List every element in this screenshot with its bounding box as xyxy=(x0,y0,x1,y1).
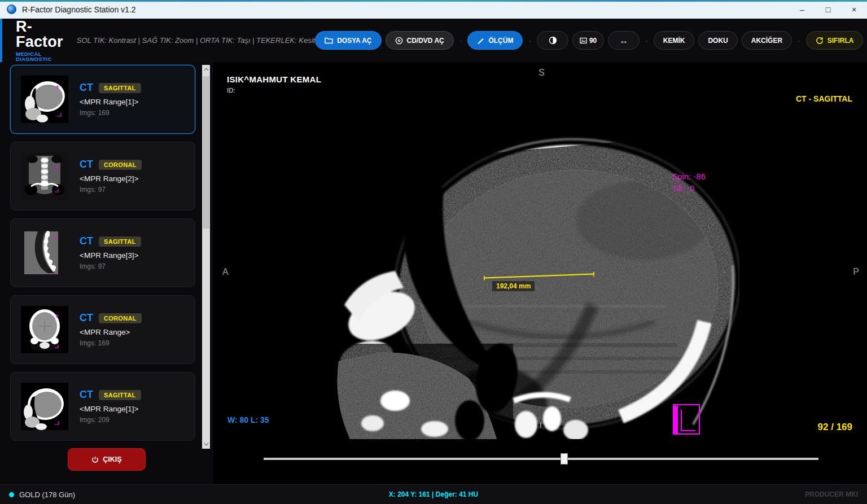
series-thumbnail xyxy=(21,383,68,430)
app-icon xyxy=(7,5,16,14)
series-image-count: Imgs: 169 xyxy=(80,339,142,347)
series-thumbnail xyxy=(21,229,68,277)
scroll-down-arrow[interactable] xyxy=(202,440,210,449)
window-controls: – □ × xyxy=(789,0,867,19)
title-bar: R-Factor Diagnostic Station v1.2 – □ × xyxy=(0,0,867,19)
window-title: R-Factor Diagnostic Station v1.2 xyxy=(22,5,136,14)
logo: R-Factor MEDICAL DIAGNOSTIC xyxy=(16,19,63,62)
series-range: <MPR Range[3]> xyxy=(80,251,141,260)
series-modality: CT xyxy=(80,235,93,247)
tissue-preset-button[interactable]: DOKU xyxy=(698,31,737,50)
series-plane-badge: SAGITTAL xyxy=(99,83,141,93)
flip-horizontal-button[interactable]: ↔ xyxy=(608,31,640,50)
series-card-1[interactable]: CT SAGITTAL <MPR Range[1]> Imgs: 169 xyxy=(10,65,195,134)
toolbar-separator-dot: · xyxy=(527,36,533,45)
minimize-button[interactable]: – xyxy=(789,0,815,19)
tissue-label: DOKU xyxy=(708,37,728,45)
open-cd-label: CD/DVD AÇ xyxy=(407,37,444,45)
series-sidebar: CT SAGITTAL <MPR Range[1]> Imgs: 169 CT … xyxy=(0,62,213,484)
series-info: CT SAGITTAL <MPR Range[1]> Imgs: 209 xyxy=(80,389,141,424)
series-modality: CT xyxy=(80,159,93,170)
logo-subtitle: MEDICAL DIAGNOSTIC xyxy=(16,51,63,62)
reset-label: SIFIRLA xyxy=(827,37,854,45)
toolbar-separator-dot: · xyxy=(458,36,464,45)
series-card-5[interactable]: CT SAGITTAL <MPR Range[1]> Imgs: 209 xyxy=(10,372,195,441)
exit-button[interactable]: ÇIKIŞ xyxy=(68,448,146,471)
series-info: CT SAGITTAL <MPR Range[3]> Imgs: 97 xyxy=(80,235,141,270)
rotate-90-label: 90 xyxy=(589,37,597,45)
series-plane-badge: CORONAL xyxy=(99,160,142,170)
open-cd-button[interactable]: CD/DVD AÇ xyxy=(386,31,454,50)
series-thumbnail xyxy=(21,76,68,123)
toolbar-buttons: DOSYA AÇ CD/DVD AÇ · ÖLÇÜM · 90 ↔ · xyxy=(315,30,867,51)
sidebar-scrollbar[interactable] xyxy=(202,65,210,449)
orientation-inferior: I xyxy=(540,421,542,430)
scrollbar-thumb[interactable] xyxy=(203,76,209,229)
measure-label: ÖLÇÜM xyxy=(488,37,513,45)
series-type-label: CT - SAGITTAL xyxy=(796,94,852,103)
slice-slider-track[interactable] xyxy=(264,458,818,460)
logo-title: R-Factor xyxy=(16,19,63,50)
image-viewport[interactable]: ISIK^MAHMUT KEMAL ID: S A P I CT - SAGIT… xyxy=(213,62,867,484)
series-info: CT CORONAL <MPR Range[2]> Imgs: 97 xyxy=(80,159,142,194)
series-list: CT SAGITTAL <MPR Range[1]> Imgs: 169 CT … xyxy=(10,65,195,449)
close-button[interactable]: × xyxy=(841,0,867,19)
flip-icon: ↔ xyxy=(620,36,628,45)
series-info: CT SAGITTAL <MPR Range[1]> Imgs: 169 xyxy=(80,82,141,117)
series-card-3[interactable]: CT SAGITTAL <MPR Range[3]> Imgs: 97 xyxy=(10,218,195,287)
application-window: R-Factor Diagnostic Station v1.2 – □ × R… xyxy=(0,0,867,504)
scroll-up-arrow[interactable] xyxy=(202,65,210,74)
series-image-count: Imgs: 209 xyxy=(80,416,141,424)
roi-annotation[interactable] xyxy=(673,404,700,435)
toolbar-separator-dot: · xyxy=(796,36,802,45)
exit-label: ÇIKIŞ xyxy=(103,455,121,463)
roi-bar xyxy=(674,406,678,434)
patient-name: ISIK^MAHMUT KEMAL xyxy=(227,74,321,84)
window-level-value: W: 80 L: 35 xyxy=(227,415,269,424)
disc-icon xyxy=(395,37,403,45)
roi-inner-bracket xyxy=(681,410,695,431)
slice-slider-handle[interactable] xyxy=(561,453,568,464)
series-range: <MPR Range[1]> xyxy=(80,405,141,413)
folder-icon xyxy=(325,37,333,44)
series-plane-badge: CORONAL xyxy=(99,313,142,323)
pencil-icon xyxy=(477,37,484,44)
series-range: <MPR Range[1]> xyxy=(80,98,141,106)
open-file-button[interactable]: DOSYA AÇ xyxy=(315,31,381,50)
series-thumbnail xyxy=(21,306,68,353)
series-modality: CT xyxy=(80,82,93,94)
bone-preset-button[interactable]: KEMİK xyxy=(654,31,695,50)
open-file-label: DOSYA AÇ xyxy=(337,37,371,45)
measurement-line[interactable] xyxy=(482,270,598,281)
maximize-button[interactable]: □ xyxy=(815,0,841,19)
series-info: CT CORONAL <MPR Range> Imgs: 169 xyxy=(80,312,142,347)
tilt-value: Tilt: 0 xyxy=(672,183,694,193)
spin-value: Spin: -86 xyxy=(672,172,706,181)
invert-contrast-button[interactable] xyxy=(537,31,568,50)
reset-icon xyxy=(816,37,824,45)
series-plane-badge: SAGITTAL xyxy=(99,236,141,247)
rotate-image-icon xyxy=(580,37,587,44)
rotate-90-button[interactable]: 90 xyxy=(572,31,604,50)
mouse-hint-text: SOL TIK: Kontrast | SAĞ TIK: Zoom | ORTA… xyxy=(77,36,315,45)
status-bar: GOLD (178 Gün) X: 204 Y: 161 | Değer: 41… xyxy=(0,484,867,504)
lung-preset-button[interactable]: AKCİĞER xyxy=(742,31,792,50)
measure-button[interactable]: ÖLÇÜM xyxy=(467,31,523,50)
series-image-count: Imgs: 97 xyxy=(80,262,141,270)
exit-row: ÇIKIŞ xyxy=(0,448,213,480)
contrast-icon xyxy=(549,36,557,45)
series-plane-badge: SAGITTAL xyxy=(99,390,141,400)
series-range: <MPR Range[2]> xyxy=(80,174,142,183)
reset-button[interactable]: SIFIRLA xyxy=(806,31,864,50)
series-image-count: Imgs: 169 xyxy=(80,109,141,117)
series-card-4[interactable]: CT CORONAL <MPR Range> Imgs: 169 xyxy=(10,295,195,364)
measurement-value[interactable]: 192,04 mm xyxy=(492,281,535,291)
bone-label: KEMİK xyxy=(663,37,685,45)
toolbar-separator-dot: · xyxy=(643,36,650,45)
orientation-superior: S xyxy=(538,68,545,78)
power-icon xyxy=(91,456,99,463)
series-modality: CT xyxy=(80,312,93,324)
cursor-info: X: 204 Y: 161 | Değer: 41 HU xyxy=(0,490,867,498)
series-card-2[interactable]: CT CORONAL <MPR Range[2]> Imgs: 97 xyxy=(10,142,195,211)
orientation-posterior: P xyxy=(853,267,859,277)
